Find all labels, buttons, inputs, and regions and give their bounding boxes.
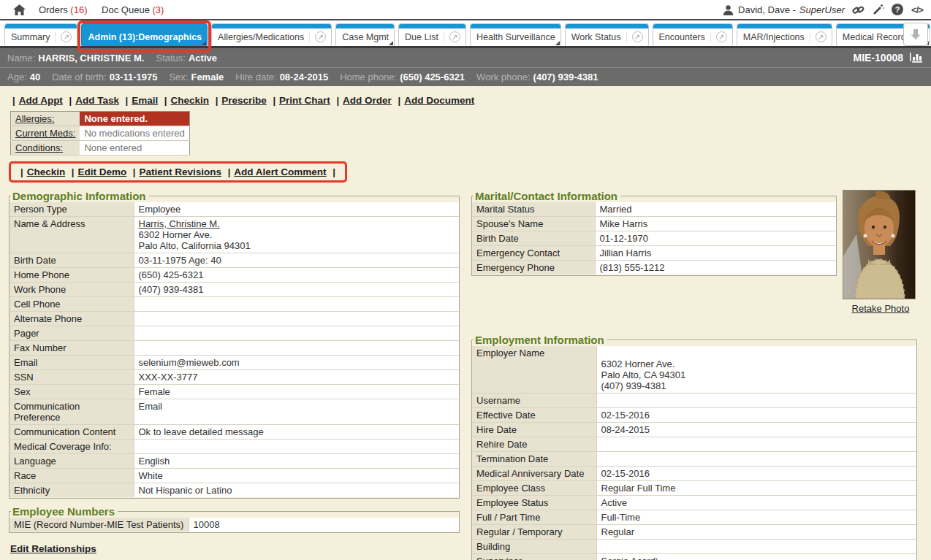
table-row: Username xyxy=(472,394,916,408)
patient-details-bar: Age:40 Date of birth:03-11-1975 Sex:Fema… xyxy=(0,67,931,86)
demographics-quicklinks: |Checkin |Edit Demo |Patient Revisions |… xyxy=(9,161,347,183)
marital-contact-section: Marital/Contact Information Marital Stat… xyxy=(471,190,837,276)
table-row: Email selenium@mieweb.com xyxy=(10,356,459,370)
tab-fold-corner xyxy=(202,41,206,45)
table-row: Communication Content Ok to leave detail… xyxy=(10,425,459,440)
chart-action-link[interactable]: Add Task xyxy=(75,95,119,106)
table-row: Sex Female xyxy=(10,385,459,399)
field-value: (813) 555-1212 xyxy=(600,262,665,273)
chart-action-link[interactable]: Prescribe xyxy=(221,95,267,106)
quicklink[interactable]: Patient Revisions xyxy=(139,166,221,177)
employee-numbers-section: Employee Numbers MIE (Record Number-MIE … xyxy=(9,505,460,533)
tab-bar: Summary ↗ Admin (13):Demographics Allerg… xyxy=(0,20,931,48)
chart-action-links: |Add Appt |Add Task |Email |Checkin |Pre… xyxy=(9,95,931,106)
top-menu-item[interactable]: Doc Queue (3) xyxy=(102,4,164,15)
field-value: Married xyxy=(600,204,632,215)
field-value: 02-15-2016 xyxy=(601,410,650,421)
field-value: 10008 xyxy=(194,519,220,530)
chart-tab[interactable]: Work Status ↗ xyxy=(565,23,649,46)
field-value: XXX-XX-3777 xyxy=(139,372,198,383)
table-row: Termination Date xyxy=(472,452,916,467)
patient-detail: Work phone:(407) 939-4381 xyxy=(476,72,598,83)
status-label: Status: xyxy=(156,53,185,64)
tab-fold-corner xyxy=(389,41,393,45)
tab-overflow-down-button[interactable] xyxy=(903,23,928,46)
chart-tab[interactable]: Case Mgmt xyxy=(335,23,395,46)
demographic-information-section: Demographic Information Person Type Empl… xyxy=(9,190,460,499)
record-id: MIE-10008 xyxy=(854,52,903,64)
chart-tab[interactable]: MAR/Injections ↗ xyxy=(737,23,832,46)
wand-icon[interactable] xyxy=(871,3,884,16)
patient-detail: Home phone:(650) 425-6321 xyxy=(340,72,465,83)
user-menu[interactable]: David, Dave - SuperUser xyxy=(721,3,845,16)
chart-action-link[interactable]: Add Document xyxy=(404,95,474,106)
alert-category-link[interactable]: Current Meds: xyxy=(15,128,75,139)
field-value: (407) 939-4381 xyxy=(139,284,204,295)
field-value: Not Hispanic or Latino xyxy=(139,485,232,496)
chart-tab[interactable]: Allergies/Medications ↗ xyxy=(211,23,332,46)
alert-row: Allergies: None entered. xyxy=(11,112,190,126)
table-row: Person Type Employee xyxy=(10,202,459,217)
patient-status: Active xyxy=(189,53,217,64)
popout-icon[interactable]: ↗ xyxy=(716,31,727,42)
table-row: Rehire Date xyxy=(472,437,916,452)
popout-icon[interactable]: ↗ xyxy=(61,31,72,42)
quicklink[interactable]: Add Alert Comment xyxy=(234,166,326,177)
alert-category-link[interactable]: Conditions: xyxy=(15,142,63,153)
section-title: Marital/Contact Information xyxy=(474,190,620,202)
section-title: Employee Numbers xyxy=(11,505,118,518)
user-name: David, Dave - xyxy=(738,4,796,15)
chart-action-link[interactable]: Add Appt xyxy=(19,95,63,106)
table-row: Birth Date 01-12-1970 xyxy=(472,231,836,246)
popout-icon[interactable]: ↗ xyxy=(315,31,326,42)
quicklink[interactable]: Checkin xyxy=(27,166,66,177)
top-menu-item[interactable]: Orders (16) xyxy=(39,4,87,15)
field-value: 03-11-1975 Age: 40 xyxy=(139,255,221,266)
popout-icon[interactable]: ↗ xyxy=(632,31,643,42)
table-row: Work Phone (407) 939-4381 xyxy=(10,283,459,297)
chart-stats-icon[interactable] xyxy=(909,51,924,65)
field-value: selenium@mieweb.com xyxy=(139,357,240,368)
field-value: Active xyxy=(601,497,627,508)
chart-tab[interactable]: Encounters ↗ xyxy=(653,23,733,46)
retake-photo-link[interactable]: Retake Photo xyxy=(852,303,910,314)
table-row: Fax Number xyxy=(10,341,459,356)
edit-relationships-link[interactable]: Edit Relationships xyxy=(10,543,96,554)
field-value: Full-Time xyxy=(601,512,641,523)
chart-tab[interactable]: Due List ↗ xyxy=(398,23,466,46)
table-row: Ethnicity Not Hispanic or Latino xyxy=(10,483,459,498)
table-row: Language English xyxy=(10,454,459,469)
alert-category-link[interactable]: Allergies: xyxy=(15,113,54,124)
chart-action-link[interactable]: Add Order xyxy=(343,95,392,106)
alert-row: Current Meds: No medications entered xyxy=(11,126,190,141)
table-row: Effective Date 02-15-2016 xyxy=(472,408,916,423)
table-row: Emergency Contact Jillian Harris xyxy=(472,246,836,261)
popout-icon[interactable]: ↗ xyxy=(816,31,826,42)
table-row: Employer Name 6302 Horner Ave.Palo Alto,… xyxy=(472,346,916,394)
table-row: Race White xyxy=(10,469,459,483)
chart-action-link[interactable]: Checkin xyxy=(170,95,209,106)
user-role: SuperUser xyxy=(799,4,845,15)
alert-row: Conditions: None entered xyxy=(11,141,190,156)
field-value: Regular xyxy=(601,526,635,537)
table-row: Hire Date 08-24-2015 xyxy=(472,423,916,437)
popout-icon[interactable]: ↗ xyxy=(449,31,460,42)
chart-tab[interactable]: Health Surveillance xyxy=(470,23,561,46)
link-icon[interactable] xyxy=(851,3,864,16)
table-row: Emergency Phone (813) 555-1212 xyxy=(472,261,836,275)
chart-action-link[interactable]: Print Chart xyxy=(279,95,330,106)
table-row: MIE (Record Number-MIE Test Patients) 10… xyxy=(10,518,459,532)
help-icon[interactable]: ? xyxy=(891,3,904,16)
quicklink[interactable]: Edit Demo xyxy=(77,166,126,177)
chart-action-link[interactable]: Email xyxy=(132,95,158,106)
table-row: Regular / Temporary Regular xyxy=(472,525,916,540)
home-icon[interactable] xyxy=(13,4,26,15)
table-row: Cell Phone xyxy=(10,297,459,312)
code-icon[interactable]: </> xyxy=(911,3,924,16)
chart-tab[interactable]: Summary ↗ xyxy=(4,23,77,46)
table-row: Spouse's Name Mike Harris xyxy=(472,217,836,231)
chart-tab[interactable]: Admin (13):Demographics xyxy=(81,23,208,46)
field-value: Jillian Harris xyxy=(600,248,652,258)
table-row: SSN XXX-XX-3777 xyxy=(10,370,459,385)
field-value: Harris, Christine M. xyxy=(139,218,220,229)
